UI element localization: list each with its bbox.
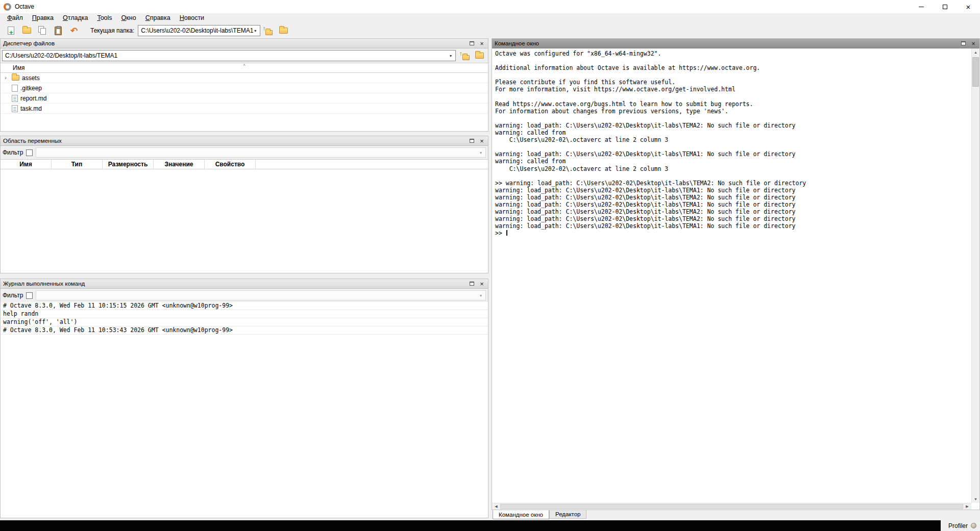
file-name: .gitkeep bbox=[20, 85, 42, 92]
scroll-left-button[interactable]: ◀ bbox=[492, 503, 500, 510]
new-script-button[interactable]: + bbox=[4, 24, 18, 37]
copy-icon bbox=[38, 26, 47, 35]
current-folder-combobox[interactable]: C:\Users\u202-02\Desktop\it-labs\ТЕМА1 ▾ bbox=[138, 25, 260, 36]
file-name: task.md bbox=[20, 105, 42, 112]
column-header-value[interactable]: Значение bbox=[154, 160, 205, 169]
browse-folder-icon bbox=[279, 28, 288, 34]
window-controls: × bbox=[910, 0, 980, 13]
close-icon: × bbox=[480, 40, 484, 47]
command-window-close-button[interactable]: × bbox=[968, 39, 978, 47]
dock-tabbar: Командное окно Редактор bbox=[492, 510, 980, 520]
horizontal-scrollbar[interactable]: ◀ ▶ bbox=[492, 503, 971, 510]
cmd-output-line: warning: load_path: C:\Users\u202-02\Des… bbox=[495, 187, 971, 194]
filter-checkbox[interactable] bbox=[26, 292, 33, 299]
menu-file[interactable]: Файл bbox=[3, 14, 28, 22]
cmd-output-line: Octave was configured for "x86_64-w64-mi… bbox=[495, 50, 971, 57]
folder-icon bbox=[12, 75, 19, 81]
cmd-output-line: warning: load_path: C:\Users\u202-02\Des… bbox=[495, 215, 971, 222]
current-folder-value: C:\Users\u202-02\Desktop\it-labs\ТЕМА1 bbox=[141, 27, 253, 34]
cmd-output-line: For information about changes from previ… bbox=[495, 108, 971, 115]
cmd-output-line: warning: load_path: C:\Users\u202-02\Des… bbox=[495, 194, 971, 201]
close-button[interactable]: × bbox=[957, 0, 980, 13]
history-item[interactable]: help randn bbox=[1, 310, 488, 318]
cmd-output-line: C:\Users\u202-02\.octaverc at line 2 col… bbox=[495, 165, 971, 172]
scrollbar-track[interactable] bbox=[500, 503, 963, 510]
expander-icon[interactable]: › bbox=[2, 75, 9, 81]
history-item[interactable]: warning('off', 'all') bbox=[1, 318, 488, 326]
file-browser-titlebar: Диспетчер файлов × bbox=[1, 39, 488, 48]
column-header-dimension[interactable]: Размерность bbox=[103, 160, 154, 169]
command-window-body: Octave was configured for "x86_64-w64-mi… bbox=[492, 48, 979, 510]
scroll-down-button[interactable]: ▼ bbox=[972, 495, 979, 503]
cmd-output-line: warning: load_path: C:\Users\u202-02\Des… bbox=[495, 122, 971, 129]
command-window-output[interactable]: Octave was configured for "x86_64-w64-mi… bbox=[495, 50, 971, 502]
workspace-filter-combobox[interactable]: ▾ bbox=[36, 147, 486, 158]
chevron-down-icon[interactable]: ▾ bbox=[251, 26, 260, 36]
file-browser-undock-button[interactable] bbox=[467, 39, 477, 47]
file-browser-title: Диспетчер файлов bbox=[3, 40, 55, 46]
column-header-name[interactable]: Имя bbox=[1, 160, 52, 169]
menu-debug[interactable]: Отладка bbox=[58, 14, 92, 22]
command-history-close-button[interactable]: × bbox=[477, 280, 487, 288]
cmd-output-line: warning: called from bbox=[495, 129, 971, 136]
minimize-icon bbox=[919, 7, 924, 7]
menu-window[interactable]: Окно bbox=[117, 14, 141, 22]
scroll-up-button[interactable]: ▲ bbox=[972, 48, 979, 56]
file-browser-close-button[interactable]: × bbox=[477, 39, 487, 47]
open-file-button[interactable] bbox=[19, 24, 34, 37]
workspace-close-button[interactable]: × bbox=[477, 137, 487, 145]
paste-button[interactable] bbox=[51, 24, 65, 37]
cmd-prompt-line: >> bbox=[495, 230, 971, 237]
chevron-down-icon: ▾ bbox=[476, 291, 485, 300]
menubar: Файл Правка Отладка Tools Окно Справка Н… bbox=[0, 13, 980, 23]
close-icon: × bbox=[480, 138, 484, 144]
scrollbar-thumb[interactable] bbox=[972, 57, 979, 87]
history-item[interactable]: # Octave 8.3.0, Wed Feb 11 10:53:43 2026… bbox=[1, 326, 488, 335]
undock-icon bbox=[961, 41, 966, 45]
window-title: Octave bbox=[15, 3, 34, 10]
chevron-down-icon[interactable]: ▾ bbox=[446, 50, 455, 61]
history-filter-combobox[interactable]: ▾ bbox=[36, 290, 486, 300]
file-row-report[interactable]: report.md bbox=[1, 93, 488, 104]
directory-up-icon: ↑ bbox=[262, 26, 273, 35]
profiler-status-led-icon bbox=[971, 523, 976, 528]
tab-editor[interactable]: Редактор bbox=[549, 510, 587, 519]
file-row-gitkeep[interactable]: .gitkeep bbox=[1, 83, 488, 93]
column-header-attribute[interactable]: Свойство bbox=[205, 160, 256, 169]
octave-logo-icon bbox=[4, 3, 11, 11]
maximize-button[interactable] bbox=[933, 0, 957, 13]
workspace-undock-button[interactable] bbox=[467, 137, 477, 145]
cmd-output-line bbox=[495, 172, 971, 180]
minimize-button[interactable] bbox=[910, 0, 933, 13]
scroll-right-button[interactable]: ▶ bbox=[963, 503, 971, 510]
command-history-undock-button[interactable] bbox=[467, 280, 477, 288]
workspace-titlebar: Область переменных × bbox=[1, 136, 488, 146]
vertical-scrollbar[interactable]: ▲ ▼ bbox=[971, 48, 979, 503]
file-browser-name-column-header[interactable]: ^ Имя bbox=[1, 63, 488, 73]
cmd-output-line: Additional information about Octave is a… bbox=[495, 64, 971, 71]
filter-checkbox[interactable] bbox=[26, 149, 33, 156]
menu-tools[interactable]: Tools bbox=[92, 14, 116, 22]
undock-icon bbox=[470, 282, 474, 286]
file-row-task[interactable]: task.md bbox=[1, 104, 488, 114]
cmd-output-line: warning: called from bbox=[495, 158, 971, 165]
browse-directories-button[interactable] bbox=[276, 24, 290, 37]
file-browser-actions-button[interactable] bbox=[473, 50, 486, 61]
profiler-toggle-button[interactable]: Profiler bbox=[941, 520, 980, 531]
name-column-label: Имя bbox=[13, 64, 24, 71]
file-browser-up-button[interactable]: ↑ bbox=[457, 50, 471, 61]
workspace-table-body[interactable] bbox=[1, 169, 488, 273]
menu-edit[interactable]: Правка bbox=[28, 14, 58, 22]
file-browser-address-combobox[interactable]: C:/Users/u202-02/Desktop/it-labs/ТЕМА1 ▾ bbox=[2, 50, 456, 61]
copy-button[interactable] bbox=[35, 24, 50, 37]
scrollbar-thumb[interactable] bbox=[500, 504, 963, 509]
undo-button[interactable]: ↶ bbox=[67, 24, 81, 37]
column-header-type[interactable]: Тип bbox=[52, 160, 103, 169]
command-window-undock-button[interactable] bbox=[958, 39, 968, 47]
menu-news[interactable]: Новости bbox=[175, 14, 209, 22]
menu-help[interactable]: Справка bbox=[141, 14, 175, 22]
one-directory-up-button[interactable]: ↑ bbox=[260, 24, 275, 37]
history-item[interactable]: # Octave 8.3.0, Wed Feb 11 10:15:15 2026… bbox=[1, 302, 488, 310]
tab-command-window[interactable]: Командное окно bbox=[493, 510, 549, 519]
file-row-assets[interactable]: › assets bbox=[1, 73, 488, 83]
